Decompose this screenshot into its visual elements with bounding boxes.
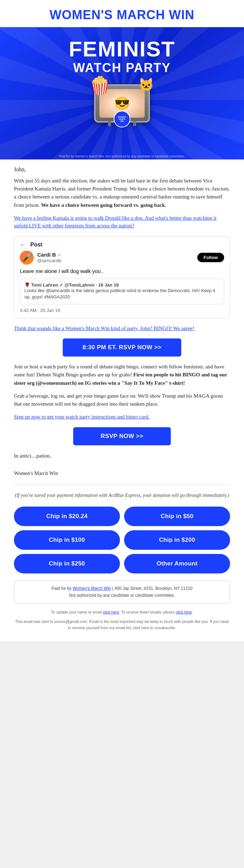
hero-subtitle: WATCH PARTY (73, 61, 171, 75)
sign-off2: Women's March Win (14, 469, 230, 477)
hero-paid-note: Paid for by Women's March Win. Not autho… (0, 155, 244, 158)
tweet-header: ← Post (20, 241, 224, 249)
paragraph1: With just 55 days until the election, th… (14, 177, 230, 209)
popcorn-icon: 🍿 (89, 75, 111, 96)
footer-update-prefix: To update your name or email (51, 610, 103, 614)
logo: WOMEN'S MARCH WIN (0, 8, 244, 22)
footer-update-mid: . To receive fewer emails, please (119, 610, 176, 614)
tweet-user-info: Cardi B ✓ @iamcardib (37, 252, 197, 263)
email-wrapper: WOMEN'S MARCH WIN FEMINIST WATCH PARTY 🍿… (0, 0, 244, 641)
tweet-user-row: 🎤 Cardi B ✓ @iamcardib Follow (20, 251, 224, 265)
footer-box: Paid for by Women's March Win | 400 Jay … (14, 580, 230, 604)
paragraph2: Join or host a watch party for a round o… (14, 363, 230, 387)
footer-paid-by-link[interactable]: Women's March Win (73, 586, 111, 591)
tweet-handle: @iamcardib (37, 258, 197, 263)
footer-update-suffix: . (192, 610, 193, 614)
link1[interactable]: We have a feeling Kamala is going to wal… (14, 214, 230, 230)
avatar: 🎤 (20, 251, 34, 265)
sign-off1: In antici....pation, (14, 452, 230, 460)
paragraph3: Grab a beverage, log on, and get your bi… (14, 392, 230, 408)
donation-button-50[interactable]: Chip in $50 (124, 507, 230, 526)
donation-button-250[interactable]: Chip in $250 (14, 554, 120, 573)
logo-line2: MARCH (117, 8, 165, 22)
tweet-quote-user: 🌹 Tomi Lahren ✓ @TomiLahren · 16 Jan 19 (24, 282, 220, 288)
logo-line1: WOMEN'S (49, 8, 113, 22)
link3[interactable]: Sign up now to get your watch party inst… (14, 413, 230, 421)
tweet-quote-text: Looks like @iamcardib is the latest geni… (24, 288, 220, 300)
footer-paid-by-suffix: | 400 Jay Street, #231, Brooklyn, NY 112… (111, 586, 193, 591)
tweet-name: Cardi B (37, 252, 56, 258)
footer-update-link1[interactable]: click here (103, 610, 119, 614)
tweet-quote: 🌹 Tomi Lahren ✓ @TomiLahren · 16 Jan 19 … (20, 279, 224, 304)
donation-button-100[interactable]: Chip in $100 (14, 530, 120, 550)
footer-paid-by-prefix: Paid for by (52, 586, 73, 591)
rsvp-cta1-button[interactable]: 8:30 PM ET. RSVP NOW >> (63, 338, 181, 357)
tweet-verified: ✓ (58, 252, 61, 258)
divider1 (14, 484, 230, 485)
cat-icon: 🐱 (138, 77, 154, 92)
footer-not-authorized: Not authorized by any candidate or candi… (69, 593, 175, 598)
paragraph1-bold: We have a choice between going forward v… (41, 202, 166, 208)
rsvp-cta2-button[interactable]: RSVP NOW >> (73, 427, 171, 445)
footer-update-link2[interactable]: click here (176, 610, 192, 614)
donation-button-200[interactable]: Chip in $200 (124, 530, 230, 550)
salutation: John, (14, 166, 230, 173)
tweet-follow-button[interactable]: Follow (197, 253, 224, 262)
hero-title: FEMINIST (69, 38, 175, 60)
footer-update: To update your name or email click here.… (14, 609, 230, 616)
tweet-post-label: Post (30, 242, 43, 248)
donation-button-other[interactable]: Other Amount (124, 554, 230, 573)
tweet-content: Leave me alone I will dog walk you . (20, 267, 224, 275)
tweet-user-name: Cardi B ✓ (37, 252, 197, 258)
email-header: WOMEN'S MARCH WIN (0, 0, 244, 27)
tweet-timestamp: 3:42 AM · 20 Jan 19 (20, 308, 224, 313)
donation-button-2024[interactable]: Chip in $20.24 (14, 507, 120, 526)
actblue-note: (If you've saved your payment informatio… (14, 492, 230, 499)
tv-shape: 🍿 🐱 😎 WOMEN'SMARCHWIN (94, 84, 150, 123)
hero-illustration: 🍿 🐱 😎 WOMEN'SMARCHWIN (94, 78, 150, 123)
hero-title-line1: FEMINIST (69, 38, 175, 60)
link2[interactable]: Think that sounds like a Women's March W… (14, 324, 230, 333)
email-body: John, With just 55 days until the electi… (0, 159, 244, 642)
donation-grid: Chip in $20.24 Chip in $50 Chip in $100 … (14, 507, 230, 573)
tweet-card: ← Post 🎤 Cardi B ✓ @iamcardib Follow Lea… (14, 236, 230, 318)
footer-sent-note: This email was sent to xxxxxx@gmail.com.… (14, 619, 230, 631)
wmw-badge: WOMEN'SMARCHWIN (114, 111, 130, 127)
hero-image: FEMINIST WATCH PARTY 🍿 🐱 😎 (0, 27, 244, 159)
logo-line3: WIN (169, 8, 195, 22)
tweet-back-arrow[interactable]: ← (20, 241, 26, 249)
